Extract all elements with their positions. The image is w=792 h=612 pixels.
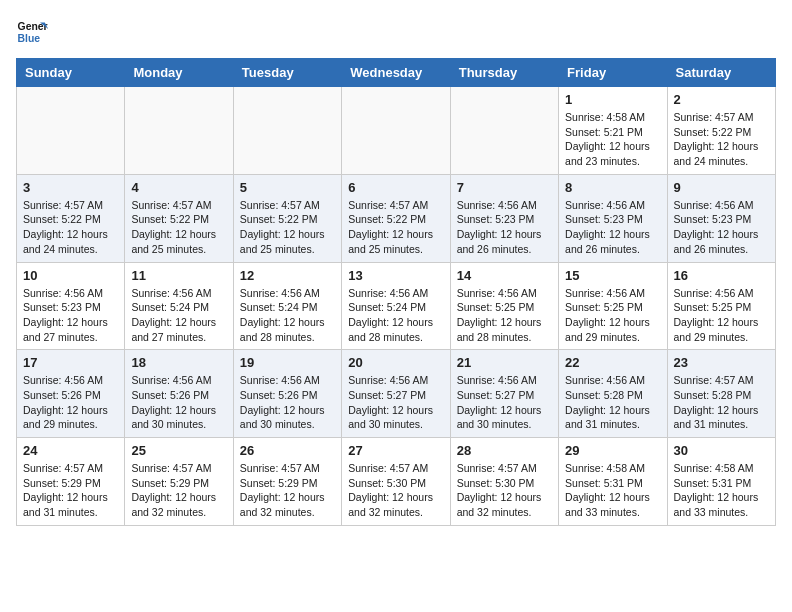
day-number: 23 [674,355,769,370]
day-number: 15 [565,268,660,283]
day-info: Sunrise: 4:56 AM Sunset: 5:27 PM Dayligh… [348,373,443,432]
day-info: Sunrise: 4:56 AM Sunset: 5:25 PM Dayligh… [674,286,769,345]
day-number: 2 [674,92,769,107]
day-number: 8 [565,180,660,195]
calendar-cell: 24Sunrise: 4:57 AM Sunset: 5:29 PM Dayli… [17,438,125,526]
svg-text:Blue: Blue [18,33,41,44]
day-number: 17 [23,355,118,370]
day-number: 20 [348,355,443,370]
day-info: Sunrise: 4:57 AM Sunset: 5:22 PM Dayligh… [131,198,226,257]
calendar-cell: 28Sunrise: 4:57 AM Sunset: 5:30 PM Dayli… [450,438,558,526]
day-info: Sunrise: 4:56 AM Sunset: 5:24 PM Dayligh… [131,286,226,345]
col-header-monday: Monday [125,59,233,87]
day-number: 30 [674,443,769,458]
day-info: Sunrise: 4:56 AM Sunset: 5:27 PM Dayligh… [457,373,552,432]
col-header-thursday: Thursday [450,59,558,87]
day-info: Sunrise: 4:56 AM Sunset: 5:26 PM Dayligh… [240,373,335,432]
calendar-cell [125,87,233,175]
col-header-saturday: Saturday [667,59,775,87]
day-number: 12 [240,268,335,283]
calendar-week-row: 3Sunrise: 4:57 AM Sunset: 5:22 PM Daylig… [17,174,776,262]
day-info: Sunrise: 4:57 AM Sunset: 5:29 PM Dayligh… [23,461,118,520]
day-info: Sunrise: 4:56 AM Sunset: 5:24 PM Dayligh… [348,286,443,345]
calendar-cell: 9Sunrise: 4:56 AM Sunset: 5:23 PM Daylig… [667,174,775,262]
day-number: 21 [457,355,552,370]
calendar-cell: 4Sunrise: 4:57 AM Sunset: 5:22 PM Daylig… [125,174,233,262]
calendar-cell: 25Sunrise: 4:57 AM Sunset: 5:29 PM Dayli… [125,438,233,526]
calendar-week-row: 1Sunrise: 4:58 AM Sunset: 5:21 PM Daylig… [17,87,776,175]
calendar-cell: 13Sunrise: 4:56 AM Sunset: 5:24 PM Dayli… [342,262,450,350]
calendar-cell: 15Sunrise: 4:56 AM Sunset: 5:25 PM Dayli… [559,262,667,350]
calendar-cell: 7Sunrise: 4:56 AM Sunset: 5:23 PM Daylig… [450,174,558,262]
day-number: 11 [131,268,226,283]
calendar-header-row: SundayMondayTuesdayWednesdayThursdayFrid… [17,59,776,87]
calendar-cell: 18Sunrise: 4:56 AM Sunset: 5:26 PM Dayli… [125,350,233,438]
day-info: Sunrise: 4:57 AM Sunset: 5:30 PM Dayligh… [348,461,443,520]
calendar-cell: 17Sunrise: 4:56 AM Sunset: 5:26 PM Dayli… [17,350,125,438]
calendar-cell: 6Sunrise: 4:57 AM Sunset: 5:22 PM Daylig… [342,174,450,262]
calendar-cell: 30Sunrise: 4:58 AM Sunset: 5:31 PM Dayli… [667,438,775,526]
day-number: 3 [23,180,118,195]
day-info: Sunrise: 4:56 AM Sunset: 5:26 PM Dayligh… [23,373,118,432]
calendar-cell [17,87,125,175]
logo: General Blue [16,16,52,48]
day-number: 26 [240,443,335,458]
calendar-cell [342,87,450,175]
day-info: Sunrise: 4:57 AM Sunset: 5:29 PM Dayligh… [240,461,335,520]
day-number: 28 [457,443,552,458]
day-info: Sunrise: 4:57 AM Sunset: 5:28 PM Dayligh… [674,373,769,432]
calendar-week-row: 10Sunrise: 4:56 AM Sunset: 5:23 PM Dayli… [17,262,776,350]
page-header: General Blue [16,16,776,48]
col-header-sunday: Sunday [17,59,125,87]
day-number: 10 [23,268,118,283]
day-info: Sunrise: 4:56 AM Sunset: 5:25 PM Dayligh… [457,286,552,345]
day-number: 25 [131,443,226,458]
calendar-cell: 26Sunrise: 4:57 AM Sunset: 5:29 PM Dayli… [233,438,341,526]
day-number: 5 [240,180,335,195]
day-number: 4 [131,180,226,195]
day-number: 7 [457,180,552,195]
day-info: Sunrise: 4:56 AM Sunset: 5:23 PM Dayligh… [565,198,660,257]
day-number: 1 [565,92,660,107]
calendar-cell: 8Sunrise: 4:56 AM Sunset: 5:23 PM Daylig… [559,174,667,262]
col-header-wednesday: Wednesday [342,59,450,87]
calendar-cell: 12Sunrise: 4:56 AM Sunset: 5:24 PM Dayli… [233,262,341,350]
day-info: Sunrise: 4:57 AM Sunset: 5:22 PM Dayligh… [240,198,335,257]
day-info: Sunrise: 4:57 AM Sunset: 5:29 PM Dayligh… [131,461,226,520]
day-number: 24 [23,443,118,458]
logo-icon: General Blue [16,16,48,48]
day-number: 27 [348,443,443,458]
calendar-cell: 1Sunrise: 4:58 AM Sunset: 5:21 PM Daylig… [559,87,667,175]
day-number: 6 [348,180,443,195]
day-info: Sunrise: 4:58 AM Sunset: 5:31 PM Dayligh… [674,461,769,520]
day-number: 14 [457,268,552,283]
day-info: Sunrise: 4:56 AM Sunset: 5:23 PM Dayligh… [23,286,118,345]
day-info: Sunrise: 4:57 AM Sunset: 5:22 PM Dayligh… [674,110,769,169]
day-info: Sunrise: 4:57 AM Sunset: 5:22 PM Dayligh… [23,198,118,257]
calendar-cell: 20Sunrise: 4:56 AM Sunset: 5:27 PM Dayli… [342,350,450,438]
day-info: Sunrise: 4:58 AM Sunset: 5:31 PM Dayligh… [565,461,660,520]
calendar-cell: 29Sunrise: 4:58 AM Sunset: 5:31 PM Dayli… [559,438,667,526]
day-info: Sunrise: 4:56 AM Sunset: 5:23 PM Dayligh… [457,198,552,257]
day-info: Sunrise: 4:57 AM Sunset: 5:30 PM Dayligh… [457,461,552,520]
day-number: 9 [674,180,769,195]
day-number: 22 [565,355,660,370]
calendar-cell: 23Sunrise: 4:57 AM Sunset: 5:28 PM Dayli… [667,350,775,438]
calendar-cell: 27Sunrise: 4:57 AM Sunset: 5:30 PM Dayli… [342,438,450,526]
day-info: Sunrise: 4:56 AM Sunset: 5:24 PM Dayligh… [240,286,335,345]
calendar-week-row: 24Sunrise: 4:57 AM Sunset: 5:29 PM Dayli… [17,438,776,526]
day-info: Sunrise: 4:58 AM Sunset: 5:21 PM Dayligh… [565,110,660,169]
calendar-cell: 22Sunrise: 4:56 AM Sunset: 5:28 PM Dayli… [559,350,667,438]
day-info: Sunrise: 4:56 AM Sunset: 5:25 PM Dayligh… [565,286,660,345]
calendar-cell: 3Sunrise: 4:57 AM Sunset: 5:22 PM Daylig… [17,174,125,262]
day-number: 18 [131,355,226,370]
calendar-cell: 2Sunrise: 4:57 AM Sunset: 5:22 PM Daylig… [667,87,775,175]
calendar-cell: 21Sunrise: 4:56 AM Sunset: 5:27 PM Dayli… [450,350,558,438]
day-number: 13 [348,268,443,283]
day-number: 29 [565,443,660,458]
calendar-cell: 16Sunrise: 4:56 AM Sunset: 5:25 PM Dayli… [667,262,775,350]
col-header-friday: Friday [559,59,667,87]
day-number: 16 [674,268,769,283]
day-info: Sunrise: 4:56 AM Sunset: 5:23 PM Dayligh… [674,198,769,257]
day-info: Sunrise: 4:56 AM Sunset: 5:28 PM Dayligh… [565,373,660,432]
